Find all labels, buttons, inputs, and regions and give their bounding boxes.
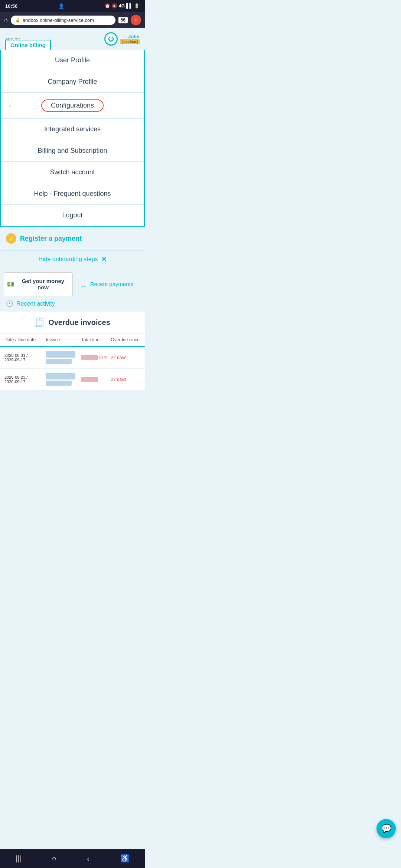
date-cell-2: 2020-08-23 /2020-09-17 xyxy=(4,375,46,384)
time-display: 10:56 xyxy=(5,3,17,9)
tabs-section: 💵 Get your money now 🧾 Recent payments xyxy=(0,268,145,296)
clock-icon: 🕐 xyxy=(6,300,13,307)
user-name: John xyxy=(120,34,140,39)
invoice-cell-2 xyxy=(46,373,81,386)
status-bar: 10:56 👤 ⏰ 🔇 4G ▌▌ 🔋 xyxy=(0,0,145,12)
date-cell-1: 2020-08-31 /2020-09-17 xyxy=(4,353,46,362)
menu-item-billing-subscription[interactable]: Billing and Subscription xyxy=(1,140,144,162)
home-icon[interactable]: ⌂ xyxy=(4,16,8,24)
tab-count[interactable]: 66 xyxy=(118,17,128,23)
menu-item-configurations[interactable]: → Configurations xyxy=(1,93,144,119)
hide-onboarding-label: Hide onboarding steps xyxy=(38,256,98,263)
menu-item-integrated-services[interactable]: Integrated services xyxy=(1,119,144,140)
tab-get-money-label: Get your money now xyxy=(17,278,69,290)
invoice-icon: 🧾 xyxy=(35,318,45,327)
close-icon: ✕ xyxy=(101,255,107,263)
battery-icon: 🔋 xyxy=(134,3,140,9)
money-icon: 💵 xyxy=(7,281,14,288)
recent-activity-row[interactable]: 🕐 Recent activity xyxy=(0,296,145,312)
menu-item-company-profile[interactable]: Company Profile xyxy=(1,71,144,93)
signal-icon: ▌▌ xyxy=(126,3,133,9)
register-payment-section[interactable]: ✓ Register a payment xyxy=(0,227,145,251)
person-icon: 👤 xyxy=(58,3,64,9)
currency-1: EUR xyxy=(99,355,108,360)
menu-item-switch-account[interactable]: Switch account xyxy=(1,162,144,183)
menu-item-help-faq[interactable]: Help - Frequent questions xyxy=(1,183,144,205)
overdue-days-1: 22 days xyxy=(111,355,140,360)
table-header: Date / Due date Invoice Total due Overdu… xyxy=(0,333,145,347)
browser-bar: ⌂ 🔒 andbox.online-billing-service.com 66… xyxy=(0,12,145,28)
arrow-icon: → xyxy=(4,101,13,111)
tab-get-money[interactable]: 💵 Get your money now xyxy=(4,272,73,296)
app-logo: app by Online billing xyxy=(5,36,20,42)
receipt-icon: 🧾 xyxy=(81,280,88,287)
overdue-section: 🧾 Overdue invoices Date / Due date Invoi… xyxy=(0,312,145,391)
user-badge: [sandbox] xyxy=(120,39,140,44)
brand-name: Online billing xyxy=(5,40,51,50)
network-label: 4G xyxy=(119,3,125,9)
amount-cell-1: EUR xyxy=(81,355,111,360)
upload-button[interactable]: ↑ xyxy=(131,15,141,25)
url-bar[interactable]: 🔒 andbox.online-billing-service.com xyxy=(11,16,115,25)
hide-onboarding-row[interactable]: Hide onboarding steps ✕ xyxy=(0,251,145,268)
col-total: Total due xyxy=(81,337,111,342)
col-overdue: Overdue since xyxy=(111,337,140,342)
amount-cell-2 xyxy=(81,377,111,382)
status-icons: ⏰ 🔇 4G ▌▌ 🔋 xyxy=(105,3,140,9)
tabs-row: 💵 Get your money now 🧾 Recent payments xyxy=(4,272,141,296)
lock-icon: 🔒 xyxy=(15,18,20,23)
dropdown-menu: User Profile Company Profile → Configura… xyxy=(0,50,145,227)
invoice-cell-1 xyxy=(46,351,81,364)
configurations-label: Configurations xyxy=(41,99,104,112)
page-content: ✓ Register a payment Hide onboarding ste… xyxy=(0,227,145,391)
overdue-title: Overdue invoices xyxy=(48,318,110,327)
user-info: John [sandbox] xyxy=(120,34,140,44)
overdue-header: 🧾 Overdue invoices xyxy=(0,312,145,333)
tab-recent-payments-label: Recent payments xyxy=(90,281,134,287)
table-row[interactable]: 2020-08-23 /2020-09-17 22 days xyxy=(0,369,145,391)
overdue-days-2: 22 days xyxy=(111,377,140,382)
app-header: app by Online billing ⏻ John [sandbox] xyxy=(0,28,145,50)
menu-item-logout[interactable]: Logout xyxy=(1,205,144,226)
register-payment-label: Register a payment xyxy=(20,235,82,243)
amount-blur-2 xyxy=(81,377,98,382)
recent-activity-label: Recent activity xyxy=(16,300,55,307)
col-date: Date / Due date xyxy=(4,337,46,342)
menu-item-user-profile[interactable]: User Profile xyxy=(1,50,144,71)
table-row[interactable]: 2020-08-31 /2020-09-17 EUR 22 days xyxy=(0,347,145,369)
power-icon: ⏻ xyxy=(104,32,118,46)
alarm-icon: ⏰ xyxy=(105,3,110,9)
check-icon: ✓ xyxy=(6,233,16,244)
col-invoice: Invoice xyxy=(46,337,81,342)
amount-blur-1 xyxy=(81,355,98,360)
user-profile-button[interactable]: ⏻ John [sandbox] xyxy=(104,32,140,46)
mute-icon: 🔇 xyxy=(112,3,117,9)
tab-recent-payments[interactable]: 🧾 Recent payments xyxy=(73,272,141,296)
url-text: andbox.online-billing-service.com xyxy=(23,17,94,23)
